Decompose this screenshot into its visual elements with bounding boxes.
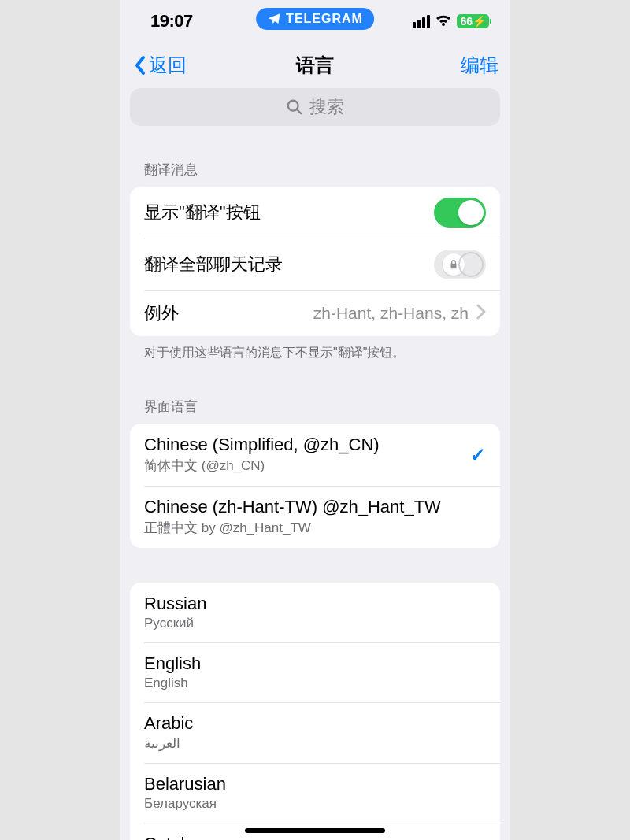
language-title: Catalan	[144, 834, 204, 840]
language-title: Belarusian	[144, 774, 226, 794]
back-label: 返回	[149, 53, 187, 78]
battery-indicator: 66⚡	[457, 14, 489, 28]
row-label: 显示"翻译"按钮	[144, 201, 261, 224]
language-title: Chinese (Simplified, @zh_CN)	[144, 435, 380, 455]
language-sub: English	[144, 675, 201, 691]
page-title: 语言	[296, 53, 334, 78]
home-indicator[interactable]	[245, 828, 385, 833]
language-title: Russian	[144, 594, 206, 614]
group-translate: 显示"翻译"按钮 翻译全部聊天记录 例外 zh-Hant, zh-Hans, z…	[130, 187, 500, 336]
edit-button[interactable]: 编辑	[461, 53, 498, 78]
telegram-icon	[267, 12, 281, 26]
language-sub: 正體中文 by @zh_Hant_TW	[144, 519, 441, 537]
language-sub: Беларуская	[144, 796, 226, 812]
check-icon: ✓	[470, 444, 486, 466]
group-available-languages: RussianРусскийEnglishEnglishArabicالعربي…	[130, 583, 500, 840]
status-pill-label: TELEGRAM	[286, 12, 363, 26]
search-icon	[286, 98, 303, 116]
status-time: 19:07	[150, 11, 193, 31]
row-label: 例外	[144, 302, 179, 325]
language-row[interactable]: Chinese (Simplified, @zh_CN)简体中文 (@zh_CN…	[130, 424, 500, 486]
language-title: Chinese (zh-Hant-TW) @zh_Hant_TW	[144, 497, 441, 517]
language-title: English	[144, 653, 201, 674]
nav-bar: 返回 语言 编辑	[120, 43, 510, 88]
cellular-icon	[413, 15, 430, 28]
language-sub: العربية	[144, 735, 193, 752]
language-row[interactable]: RussianРусский	[130, 583, 500, 642]
toggle-translate-all-locked[interactable]	[434, 250, 486, 279]
search-placeholder: 搜索	[309, 95, 344, 119]
back-button[interactable]: 返回	[132, 53, 187, 78]
section-footer-translate: 对于使用这些语言的消息下不显示"翻译"按钮。	[120, 336, 510, 361]
section-header-translate: 翻译消息	[120, 134, 510, 187]
language-row[interactable]: EnglishEnglish	[130, 642, 500, 702]
status-pill-telegram[interactable]: TELEGRAM	[256, 8, 374, 30]
svg-line-1	[297, 109, 302, 114]
row-translate-all[interactable]: 翻译全部聊天记录	[130, 239, 500, 290]
row-show-translate-button[interactable]: 显示"翻译"按钮	[130, 187, 500, 239]
language-title: Arabic	[144, 713, 193, 734]
phone-frame: 19:07 TELEGRAM 66⚡ 返回 语言 编辑 搜索 翻译消息 显示"翻…	[120, 0, 510, 840]
language-row[interactable]: Chinese (zh-Hant-TW) @zh_Hant_TW正體中文 by …	[130, 486, 500, 548]
language-sub: 简体中文 (@zh_CN)	[144, 457, 380, 475]
row-label: 翻译全部聊天记录	[144, 253, 283, 276]
status-right: 66⚡	[413, 13, 489, 31]
status-bar: 19:07 TELEGRAM 66⚡	[120, 0, 510, 43]
chevron-left-icon	[132, 54, 149, 76]
language-row[interactable]: Arabicالعربية	[130, 702, 500, 763]
wifi-icon	[435, 13, 452, 31]
search-input[interactable]: 搜索	[130, 88, 500, 126]
language-sub: Русский	[144, 616, 206, 631]
chevron-right-icon	[476, 304, 486, 324]
toggle-show-translate[interactable]	[434, 198, 486, 228]
section-header-ui-lang: 界面语言	[120, 361, 510, 424]
exceptions-value: zh-Hant, zh-Hans, zh	[313, 304, 469, 323]
language-row[interactable]: BelarusianБеларуская	[130, 763, 500, 823]
row-exceptions[interactable]: 例外 zh-Hant, zh-Hans, zh	[130, 290, 500, 336]
group-installed-languages: Chinese (Simplified, @zh_CN)简体中文 (@zh_CN…	[130, 424, 500, 548]
